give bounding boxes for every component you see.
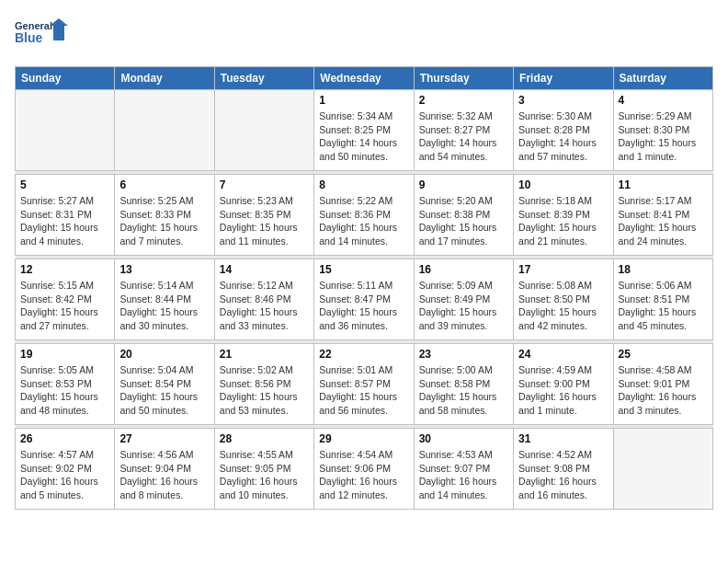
day-number: 21 — [220, 348, 309, 361]
day-cell: 22Sunrise: 5:01 AMSunset: 8:57 PMDayligh… — [314, 344, 414, 425]
day-number: 10 — [518, 178, 608, 191]
page-header: General Blue — [15, 15, 713, 55]
day-info: Sunrise: 4:53 AMSunset: 9:07 PMDaylight:… — [419, 448, 508, 502]
day-cell: 28Sunrise: 4:55 AMSunset: 9:05 PMDayligh… — [214, 429, 313, 510]
day-info: Sunrise: 5:06 AMSunset: 8:51 PMDaylight:… — [619, 279, 708, 333]
day-cell: 25Sunrise: 4:58 AMSunset: 9:01 PMDayligh… — [613, 344, 712, 425]
day-cell: 6Sunrise: 5:25 AMSunset: 8:33 PMDaylight… — [115, 175, 214, 256]
day-cell: 14Sunrise: 5:12 AMSunset: 8:46 PMDayligh… — [214, 259, 313, 340]
day-number: 31 — [518, 432, 608, 445]
day-cell: 24Sunrise: 4:59 AMSunset: 9:00 PMDayligh… — [514, 344, 613, 425]
day-cell — [613, 429, 712, 510]
day-number: 6 — [119, 178, 209, 191]
day-cell: 31Sunrise: 4:52 AMSunset: 9:08 PMDayligh… — [514, 429, 613, 510]
day-info: Sunrise: 5:32 AMSunset: 8:27 PMDaylight:… — [419, 109, 508, 164]
day-cell: 4Sunrise: 5:29 AMSunset: 8:30 PMDaylight… — [613, 90, 712, 171]
logo-icon: General Blue — [15, 15, 70, 55]
day-number: 9 — [419, 178, 508, 191]
svg-text:Blue: Blue — [15, 30, 43, 45]
day-cell: 11Sunrise: 5:17 AMSunset: 8:41 PMDayligh… — [613, 175, 712, 256]
day-number: 13 — [119, 263, 209, 276]
day-cell: 13Sunrise: 5:14 AMSunset: 8:44 PMDayligh… — [115, 259, 214, 340]
weekday-header-sunday: Sunday — [16, 67, 115, 90]
day-cell: 19Sunrise: 5:05 AMSunset: 8:53 PMDayligh… — [16, 344, 115, 425]
day-cell — [214, 90, 313, 171]
day-number: 4 — [619, 94, 708, 107]
day-info: Sunrise: 4:59 AMSunset: 9:00 PMDaylight:… — [518, 363, 608, 418]
day-cell: 29Sunrise: 4:54 AMSunset: 9:06 PMDayligh… — [314, 429, 414, 510]
day-cell: 23Sunrise: 5:00 AMSunset: 8:58 PMDayligh… — [414, 344, 513, 425]
day-cell: 8Sunrise: 5:22 AMSunset: 8:36 PMDaylight… — [314, 175, 414, 256]
day-info: Sunrise: 5:30 AMSunset: 8:28 PMDaylight:… — [518, 109, 608, 164]
day-number: 25 — [619, 348, 708, 361]
day-number: 24 — [518, 348, 608, 361]
day-number: 12 — [20, 263, 109, 276]
day-cell: 12Sunrise: 5:15 AMSunset: 8:42 PMDayligh… — [16, 259, 115, 340]
weekday-header-wednesday: Wednesday — [314, 67, 414, 90]
day-cell — [16, 90, 115, 171]
weekday-header-saturday: Saturday — [613, 67, 712, 90]
day-info: Sunrise: 5:11 AMSunset: 8:47 PMDaylight:… — [319, 279, 408, 333]
day-number: 7 — [220, 178, 309, 191]
day-cell: 5Sunrise: 5:27 AMSunset: 8:31 PMDaylight… — [16, 175, 115, 256]
day-info: Sunrise: 5:15 AMSunset: 8:42 PMDaylight:… — [20, 279, 109, 333]
day-info: Sunrise: 5:23 AMSunset: 8:35 PMDaylight:… — [220, 194, 309, 248]
day-cell: 10Sunrise: 5:18 AMSunset: 8:39 PMDayligh… — [514, 175, 613, 256]
day-cell: 18Sunrise: 5:06 AMSunset: 8:51 PMDayligh… — [613, 259, 712, 340]
day-number: 28 — [220, 432, 309, 445]
day-cell: 15Sunrise: 5:11 AMSunset: 8:47 PMDayligh… — [314, 259, 414, 340]
weekday-header-thursday: Thursday — [414, 67, 513, 90]
day-cell: 7Sunrise: 5:23 AMSunset: 8:35 PMDaylight… — [214, 175, 313, 256]
day-info: Sunrise: 4:58 AMSunset: 9:01 PMDaylight:… — [619, 363, 708, 418]
day-number: 22 — [319, 348, 408, 361]
weekday-header-row: SundayMondayTuesdayWednesdayThursdayFrid… — [16, 67, 713, 90]
day-info: Sunrise: 5:20 AMSunset: 8:38 PMDaylight:… — [419, 194, 508, 248]
day-number: 18 — [619, 263, 708, 276]
day-cell: 1Sunrise: 5:34 AMSunset: 8:25 PMDaylight… — [314, 90, 414, 171]
week-row-2: 5Sunrise: 5:27 AMSunset: 8:31 PMDaylight… — [16, 175, 713, 256]
day-cell: 21Sunrise: 5:02 AMSunset: 8:56 PMDayligh… — [214, 344, 313, 425]
day-info: Sunrise: 4:55 AMSunset: 9:05 PMDaylight:… — [220, 448, 309, 502]
day-info: Sunrise: 5:27 AMSunset: 8:31 PMDaylight:… — [20, 194, 109, 248]
weekday-header-friday: Friday — [514, 67, 613, 90]
day-cell: 20Sunrise: 5:04 AMSunset: 8:54 PMDayligh… — [115, 344, 214, 425]
day-cell: 27Sunrise: 4:56 AMSunset: 9:04 PMDayligh… — [115, 429, 214, 510]
day-info: Sunrise: 4:56 AMSunset: 9:04 PMDaylight:… — [119, 448, 209, 502]
day-number: 30 — [419, 432, 508, 445]
day-cell: 26Sunrise: 4:57 AMSunset: 9:02 PMDayligh… — [16, 429, 115, 510]
day-info: Sunrise: 5:22 AMSunset: 8:36 PMDaylight:… — [319, 194, 408, 248]
day-info: Sunrise: 5:18 AMSunset: 8:39 PMDaylight:… — [518, 194, 608, 248]
day-cell: 16Sunrise: 5:09 AMSunset: 8:49 PMDayligh… — [414, 259, 513, 340]
day-info: Sunrise: 5:17 AMSunset: 8:41 PMDaylight:… — [619, 194, 708, 248]
day-info: Sunrise: 5:02 AMSunset: 8:56 PMDaylight:… — [220, 363, 309, 418]
day-number: 1 — [319, 94, 408, 107]
day-number: 11 — [619, 178, 708, 191]
day-number: 14 — [220, 263, 309, 276]
day-info: Sunrise: 4:54 AMSunset: 9:06 PMDaylight:… — [319, 448, 408, 502]
week-row-5: 26Sunrise: 4:57 AMSunset: 9:02 PMDayligh… — [16, 429, 713, 510]
day-number: 5 — [20, 178, 109, 191]
day-cell: 2Sunrise: 5:32 AMSunset: 8:27 PMDaylight… — [414, 90, 513, 171]
day-info: Sunrise: 5:01 AMSunset: 8:57 PMDaylight:… — [319, 363, 408, 418]
day-info: Sunrise: 5:25 AMSunset: 8:33 PMDaylight:… — [119, 194, 209, 248]
day-number: 19 — [20, 348, 109, 361]
weekday-header-monday: Monday — [115, 67, 214, 90]
day-number: 29 — [319, 432, 408, 445]
day-info: Sunrise: 5:05 AMSunset: 8:53 PMDaylight:… — [20, 363, 109, 418]
day-cell: 3Sunrise: 5:30 AMSunset: 8:28 PMDaylight… — [514, 90, 613, 171]
day-info: Sunrise: 5:14 AMSunset: 8:44 PMDaylight:… — [119, 279, 209, 333]
day-cell — [115, 90, 214, 171]
day-info: Sunrise: 5:29 AMSunset: 8:30 PMDaylight:… — [619, 109, 708, 164]
day-number: 20 — [119, 348, 209, 361]
day-info: Sunrise: 4:57 AMSunset: 9:02 PMDaylight:… — [20, 448, 109, 502]
day-number: 17 — [518, 263, 608, 276]
day-info: Sunrise: 5:12 AMSunset: 8:46 PMDaylight:… — [220, 279, 309, 333]
week-row-4: 19Sunrise: 5:05 AMSunset: 8:53 PMDayligh… — [16, 344, 713, 425]
week-row-3: 12Sunrise: 5:15 AMSunset: 8:42 PMDayligh… — [16, 259, 713, 340]
day-number: 15 — [319, 263, 408, 276]
day-number: 26 — [20, 432, 109, 445]
day-info: Sunrise: 5:04 AMSunset: 8:54 PMDaylight:… — [119, 363, 209, 418]
day-cell: 9Sunrise: 5:20 AMSunset: 8:38 PMDaylight… — [414, 175, 513, 256]
logo: General Blue — [15, 15, 70, 55]
day-cell: 30Sunrise: 4:53 AMSunset: 9:07 PMDayligh… — [414, 429, 513, 510]
